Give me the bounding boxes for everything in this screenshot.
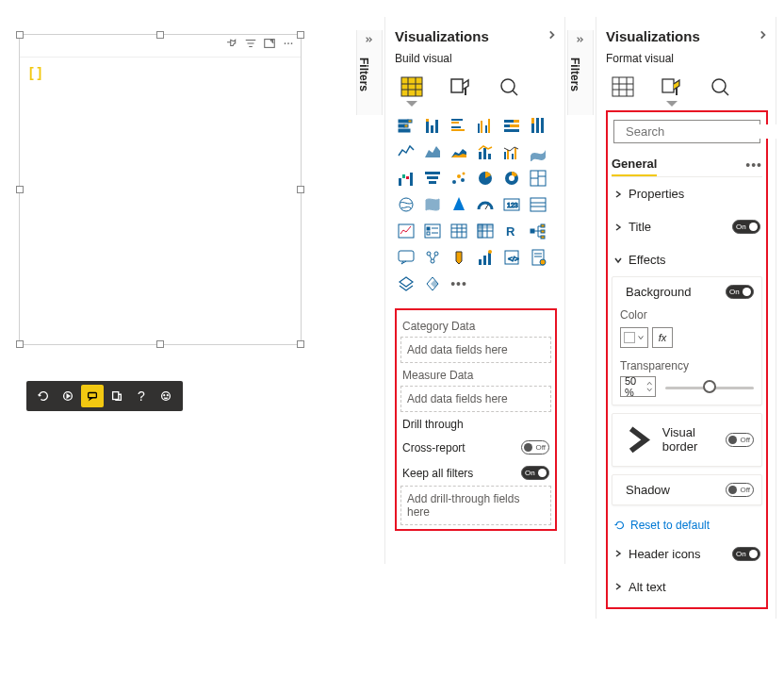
resize-handle[interactable] [156,340,164,348]
format-visual-tab[interactable] [659,74,685,99]
analytics-tab[interactable] [497,74,523,99]
hundred-bar-icon[interactable] [500,114,523,137]
drill-through-well[interactable]: Add drill-through fields here [400,486,551,525]
ribbon-chart-icon[interactable] [527,140,549,163]
filters-pane-collapsed-2[interactable]: Filters [567,30,594,115]
stacked-bar-icon[interactable] [395,114,417,137]
focus-mode-icon[interactable] [263,37,276,53]
resize-handle[interactable] [297,31,304,39]
properties-section[interactable]: Properties [612,177,762,210]
pin-icon[interactable] [225,37,238,53]
pie-chart-icon[interactable] [474,167,497,190]
visual-placeholder[interactable]: [ ] [19,34,302,345]
search-box[interactable] [613,120,760,143]
key-influencers-icon[interactable] [421,246,444,269]
filled-map-icon[interactable] [421,193,444,216]
build-visual-tab[interactable] [399,74,425,99]
svg-point-98 [434,252,438,256]
feedback-button[interactable] [155,385,177,407]
cross-report-toggle[interactable]: Off [521,440,549,454]
resize-handle[interactable] [16,186,24,193]
more-options-icon[interactable] [282,37,295,53]
report-canvas-visual[interactable]: [ ] [19,34,303,353]
collapse-icon[interactable] [357,30,382,52]
search-input[interactable] [626,124,784,139]
help-button[interactable]: ? [130,385,153,407]
visual-border-label[interactable]: Visual border [662,425,698,454]
alt-text-section[interactable]: Alt text [612,570,762,603]
play-button[interactable] [57,385,79,407]
line-chart-icon[interactable] [395,140,417,163]
stacked-column-icon[interactable] [421,114,444,137]
general-tab[interactable]: General [612,153,657,176]
decomposition-tree-icon[interactable] [527,220,549,242]
power-apps-icon[interactable] [421,273,444,295]
filter-icon[interactable] [244,37,257,53]
more-visuals-icon[interactable]: ••• [448,273,470,295]
bookmark-button[interactable] [106,385,128,407]
filters-pane-collapsed[interactable]: Filters [356,30,383,115]
effects-section[interactable]: Effects [612,243,762,276]
narrative-icon[interactable] [448,246,470,269]
shadow-label[interactable]: Shadow [626,483,670,497]
resize-handle[interactable] [297,340,304,348]
arcgis-icon[interactable] [395,273,417,295]
map-icon[interactable] [395,193,417,216]
clustered-column-icon[interactable] [474,114,497,137]
azure-map-icon[interactable] [448,193,470,216]
expand-icon[interactable] [546,29,557,43]
comments-button[interactable] [81,385,104,407]
r-visual-icon[interactable]: R [500,220,523,242]
kpi-icon[interactable] [395,220,417,242]
refresh-button[interactable] [32,385,55,407]
keep-all-filters-toggle[interactable]: On [521,466,549,480]
measure-data-well[interactable]: Add data fields here [400,386,551,412]
build-visual-tab[interactable] [610,74,636,99]
stacked-area-icon[interactable] [448,140,470,163]
table-icon[interactable] [448,220,470,242]
background-label[interactable]: Background [626,285,691,299]
multi-row-card-icon[interactable] [527,193,549,216]
resize-handle[interactable] [297,186,304,193]
hundred-column-icon[interactable] [527,114,549,137]
card-icon[interactable]: 123 [500,193,523,216]
resize-handle[interactable] [156,31,164,39]
goals-icon[interactable] [474,246,497,269]
matrix-icon[interactable] [474,220,497,242]
line-stacked-column-icon[interactable] [474,140,497,163]
resize-handle[interactable] [16,340,24,348]
qna-icon[interactable] [395,246,417,269]
category-data-well[interactable]: Add data fields here [400,337,551,363]
expand-icon[interactable] [757,29,768,43]
treemap-icon[interactable] [527,167,549,190]
shadow-toggle[interactable]: Off [726,483,754,497]
area-chart-icon[interactable] [421,140,444,163]
waterfall-icon[interactable] [395,167,417,190]
transparency-slider[interactable] [665,377,754,396]
scatter-icon[interactable] [448,167,470,190]
fx-button[interactable]: fx [652,327,673,348]
visual-border-toggle[interactable]: Off [726,433,754,447]
gauge-icon[interactable] [474,193,497,216]
donut-chart-icon[interactable] [500,167,523,190]
collapse-icon[interactable] [568,30,593,52]
resize-handle[interactable] [16,31,24,39]
funnel-icon[interactable] [421,167,444,190]
transparency-input[interactable]: 50 % [620,376,656,397]
color-picker[interactable] [620,327,648,348]
header-icons-toggle[interactable]: On [732,547,760,561]
clustered-bar-icon[interactable] [448,114,470,137]
more-options-icon[interactable]: ••• [745,157,762,173]
title-section[interactable]: Title On [612,210,762,243]
background-toggle[interactable]: On [726,285,754,299]
header-icons-section[interactable]: Header icons On [612,537,762,570]
paginated-report-icon[interactable] [527,246,549,269]
reset-to-default[interactable]: Reset to default [612,513,762,537]
analytics-tab[interactable] [708,74,734,99]
format-visual-tab[interactable] [448,74,474,99]
svg-rect-42 [541,118,544,133]
title-toggle[interactable]: On [732,220,760,234]
slicer-icon[interactable] [421,220,444,242]
line-clustered-column-icon[interactable] [500,140,523,163]
python-visual-icon[interactable]: </> [500,246,523,269]
